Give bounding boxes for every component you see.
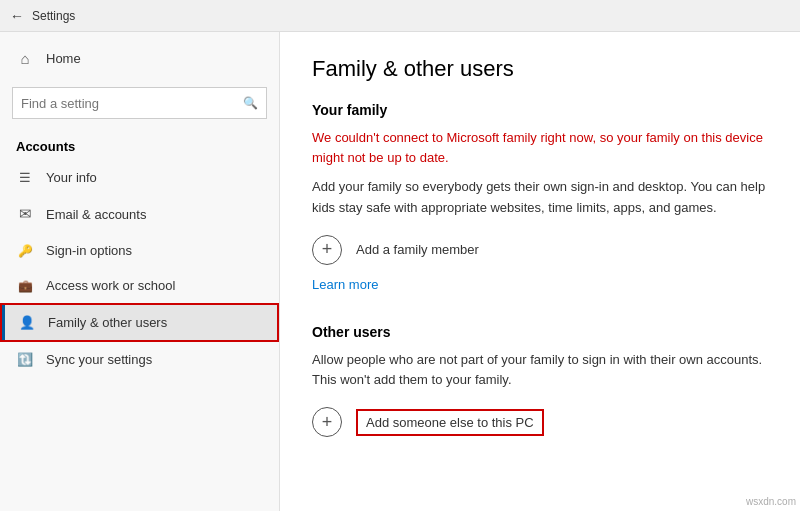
page-title: Family & other users xyxy=(312,56,768,82)
search-icon: 🔍 xyxy=(243,96,258,110)
signin-icon: 🔑 xyxy=(16,244,34,258)
sidebar-item-email-accounts[interactable]: ✉ Email & accounts xyxy=(0,195,279,233)
sidebar-item-label-your-info: Your info xyxy=(46,170,97,185)
family-error-text: We couldn't connect to Microsoft family … xyxy=(312,128,768,167)
search-input[interactable] xyxy=(21,96,243,111)
add-someone-row[interactable]: + Add someone else to this PC xyxy=(312,407,768,437)
add-family-plus-button[interactable]: + xyxy=(312,235,342,265)
person-icon: ☰ xyxy=(16,170,34,185)
sidebar-item-sync[interactable]: 🔃 Sync your settings xyxy=(0,342,279,377)
family-icon: 👤 xyxy=(18,315,36,330)
sidebar-item-label-sync: Sync your settings xyxy=(46,352,152,367)
content-area: Family & other users Your family We coul… xyxy=(280,32,800,511)
sidebar-item-sign-in[interactable]: 🔑 Sign-in options xyxy=(0,233,279,268)
family-description: Add your family so everybody gets their … xyxy=(312,177,768,219)
add-someone-plus-button[interactable]: + xyxy=(312,407,342,437)
add-family-label: Add a family member xyxy=(356,242,479,257)
sidebar-item-label-work-school: Access work or school xyxy=(46,278,175,293)
other-users-section-title: Other users xyxy=(312,324,768,340)
sidebar-item-family[interactable]: 👤 Family & other users xyxy=(0,303,279,342)
briefcase-icon: 💼 xyxy=(16,279,34,293)
add-someone-label: Add someone else to this PC xyxy=(356,409,544,436)
back-button[interactable]: ← xyxy=(10,8,24,24)
search-box[interactable]: 🔍 xyxy=(12,87,267,119)
titlebar: ← Settings xyxy=(0,0,800,32)
sidebar-item-work-school[interactable]: 💼 Access work or school xyxy=(0,268,279,303)
sidebar-section-label: Accounts xyxy=(0,129,279,160)
sidebar: ⌂ Home 🔍 Accounts ☰ Your info ✉ Email & … xyxy=(0,32,280,511)
watermark: wsxdn.com xyxy=(746,496,796,507)
other-users-section: Other users Allow people who are not par… xyxy=(312,324,768,438)
sidebar-item-home[interactable]: ⌂ Home xyxy=(0,40,279,77)
sidebar-item-your-info[interactable]: ☰ Your info xyxy=(0,160,279,195)
main-layout: ⌂ Home 🔍 Accounts ☰ Your info ✉ Email & … xyxy=(0,32,800,511)
home-icon: ⌂ xyxy=(16,50,34,67)
sync-icon: 🔃 xyxy=(16,352,34,367)
titlebar-title: Settings xyxy=(32,9,75,23)
sidebar-item-label-email-accounts: Email & accounts xyxy=(46,207,146,222)
sidebar-item-label-home: Home xyxy=(46,51,81,66)
learn-more-link[interactable]: Learn more xyxy=(312,277,378,292)
your-family-section-title: Your family xyxy=(312,102,768,118)
sidebar-item-label-sign-in: Sign-in options xyxy=(46,243,132,258)
sidebar-item-label-family: Family & other users xyxy=(48,315,167,330)
other-users-description: Allow people who are not part of your fa… xyxy=(312,350,768,392)
email-icon: ✉ xyxy=(16,205,34,223)
add-family-row[interactable]: + Add a family member xyxy=(312,235,768,265)
